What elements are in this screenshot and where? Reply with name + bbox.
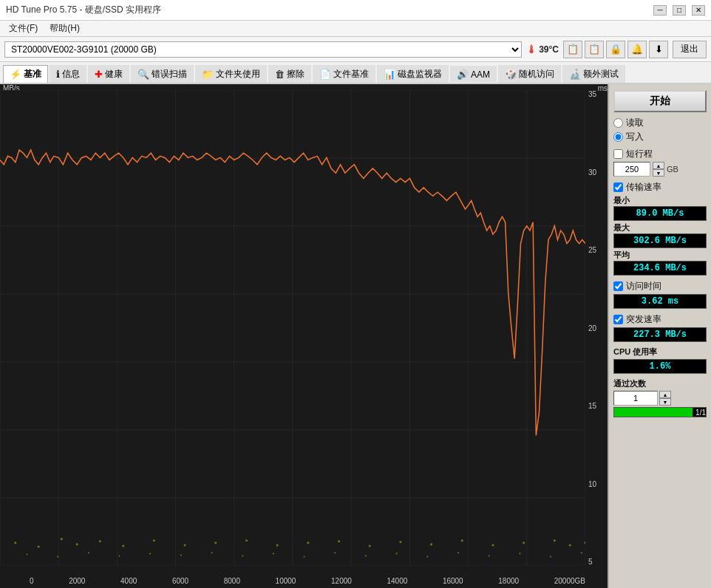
temperature-value: 39°C	[539, 44, 559, 55]
pass-count-spinners: ▲ ▼	[659, 391, 671, 406]
svg-point-31	[307, 541, 309, 544]
cpu-value: 1.6%	[613, 359, 707, 374]
avg-section: 平均 234.6 MB/s	[613, 250, 707, 276]
start-button[interactable]: 开始	[613, 90, 707, 112]
menu-help[interactable]: 帮助(H)	[44, 21, 86, 36]
pass-count-up[interactable]: ▲	[659, 391, 671, 398]
short-stroke-up[interactable]: ▲	[653, 162, 664, 169]
progress-bar: 1/1	[613, 407, 707, 417]
close-button[interactable]: ✕	[692, 5, 705, 16]
minimize-button[interactable]: ─	[653, 5, 667, 16]
health-icon: ✚	[95, 69, 103, 80]
tab-random-access[interactable]: 🎲 随机访问	[498, 65, 561, 83]
svg-point-40	[569, 544, 571, 546]
svg-point-21	[38, 545, 40, 547]
svg-point-48	[211, 552, 213, 553]
svg-point-44	[88, 552, 89, 553]
short-stroke-value-input[interactable]	[613, 162, 650, 177]
tab-info[interactable]: ℹ 信息	[50, 65, 86, 83]
tab-error-scan[interactable]: 🔍 错误扫描	[131, 65, 194, 83]
short-stroke-label: 短行程	[626, 148, 653, 160]
write-radio[interactable]: 写入	[613, 131, 707, 143]
svg-point-54	[396, 553, 398, 554]
tab-error-scan-label: 错误扫描	[152, 68, 187, 81]
svg-point-55	[426, 555, 428, 557]
max-value: 302.6 MB/s	[613, 233, 707, 248]
svg-point-42	[26, 553, 27, 555]
svg-point-49	[242, 555, 243, 556]
mode-radio-group: 读取 写入	[613, 117, 707, 143]
lock-btn[interactable]: 🔒	[606, 41, 625, 58]
transfer-rate-checkbox[interactable]: 传输速率	[613, 181, 707, 194]
min-value: 89.0 MB/s	[613, 206, 707, 221]
pass-count-row: ▲ ▼	[613, 391, 707, 406]
read-radio[interactable]: 读取	[613, 117, 707, 129]
burst-rate-label: 突发速率	[626, 313, 661, 326]
access-time-input[interactable]	[613, 281, 623, 291]
write-radio-input[interactable]	[613, 132, 623, 142]
tab-health[interactable]: ✚ 健康	[88, 65, 129, 83]
app-title: HD Tune Pro 5.75 - 硬盘/SSD 实用程序	[6, 4, 161, 16]
tab-file-bench-label: 文件基准	[333, 68, 369, 81]
tab-random-label: 随机访问	[519, 68, 554, 81]
short-stroke-down[interactable]: ▼	[653, 169, 664, 177]
write-label: 写入	[626, 131, 644, 143]
svg-point-57	[489, 555, 490, 556]
tab-aam[interactable]: 🔊 AAM	[450, 66, 497, 82]
tab-folder-usage[interactable]: 📁 文件夹使用	[195, 65, 267, 83]
access-time-checkbox[interactable]: 访问时间	[613, 280, 707, 293]
burst-rate-input[interactable]	[613, 315, 623, 324]
svg-point-59	[550, 555, 551, 557]
svg-point-24	[99, 540, 101, 542]
max-section: 最大 302.6 MB/s	[613, 222, 707, 248]
folder-icon: 📁	[202, 69, 214, 80]
alert-btn[interactable]: 🔔	[627, 41, 647, 58]
copy-btn-1[interactable]: 📋	[563, 41, 582, 58]
short-stroke-checkbox[interactable]: 短行程	[613, 148, 707, 160]
chart-area: MB/s ms 350 300 250 200 150 100 50 0 35 …	[0, 84, 608, 588]
chart-svg	[0, 90, 585, 566]
read-radio-input[interactable]	[613, 118, 623, 128]
tab-file-benchmark[interactable]: 📄 文件基准	[313, 65, 375, 83]
download-btn[interactable]: ⬇	[649, 41, 668, 58]
svg-point-58	[519, 553, 520, 554]
aam-icon: 🔊	[457, 69, 469, 80]
temperature-icon: 🌡	[526, 44, 537, 55]
tab-folder-label: 文件夹使用	[216, 68, 260, 81]
main-area: MB/s ms 350 300 250 200 150 100 50 0 35 …	[0, 84, 711, 588]
copy-btn-2[interactable]: 📋	[585, 41, 604, 58]
cpu-label: CPU 使用率	[613, 346, 707, 358]
exit-button[interactable]: 退出	[673, 41, 707, 58]
svg-point-32	[338, 540, 340, 542]
tab-extra[interactable]: 🔬 额外测试	[562, 65, 625, 83]
tab-health-label: 健康	[105, 68, 123, 81]
tab-monitor-label: 磁盘监视器	[398, 68, 442, 81]
pass-count-label: 通过次数	[613, 378, 707, 389]
short-stroke-unit: GB	[667, 165, 678, 174]
maximize-button[interactable]: □	[673, 5, 686, 16]
transfer-rate-input[interactable]	[613, 182, 623, 192]
short-stroke-spinners: ▲ ▼	[653, 162, 664, 177]
y-axis-right: 35 30 25 20 15 10 5	[585, 90, 608, 566]
pass-count-input[interactable]	[613, 391, 658, 406]
burst-rate-checkbox[interactable]: 突发速率	[613, 313, 707, 326]
short-stroke-group: 短行程 ▲ ▼ GB	[613, 148, 707, 177]
tab-erase[interactable]: 🗑 擦除	[268, 65, 311, 83]
toolbar-buttons: 📋 📋 🔒 🔔 ⬇	[563, 41, 668, 58]
svg-point-50	[273, 553, 274, 554]
tab-disk-monitor[interactable]: 📊 磁盘监视器	[377, 65, 449, 83]
svg-point-43	[57, 555, 58, 557]
benchmark-chart	[0, 90, 585, 566]
info-icon: ℹ	[56, 69, 60, 80]
disk-selector[interactable]: ST20000VE002-3G9101 (20000 GB)	[4, 41, 522, 58]
svg-point-37	[491, 544, 494, 546]
avg-label: 平均	[613, 250, 707, 261]
tab-benchmark[interactable]: ⚡ 基准	[3, 65, 48, 83]
short-stroke-input[interactable]	[613, 149, 623, 159]
menu-file[interactable]: 文件(F)	[3, 21, 44, 36]
pass-count-down[interactable]: ▼	[659, 398, 671, 406]
svg-point-60	[581, 552, 582, 553]
svg-point-39	[554, 539, 556, 541]
disk-bar: ST20000VE002-3G9101 (20000 GB) 🌡 39°C 📋 …	[0, 37, 711, 62]
scan-icon: 🔍	[137, 69, 149, 80]
